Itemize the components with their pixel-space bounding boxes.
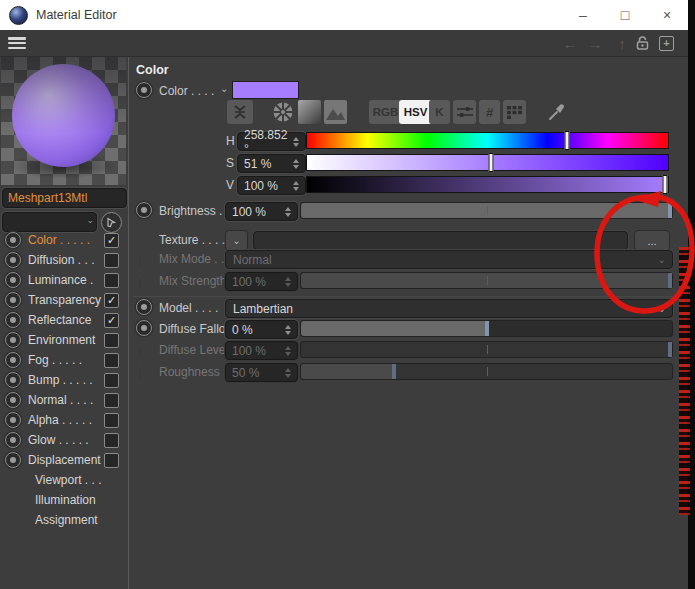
swatches-button[interactable] <box>503 100 526 124</box>
roughness-slider[interactable] <box>300 363 673 380</box>
channel-radio[interactable] <box>5 452 21 468</box>
channel-radio[interactable] <box>5 312 21 328</box>
hamburger-menu-icon[interactable] <box>8 37 26 49</box>
minimize-button[interactable]: – <box>562 0 604 30</box>
sidebar-item-alpha[interactable]: Alpha . . . . . <box>0 410 128 430</box>
image-icon[interactable] <box>324 100 347 124</box>
channel-radio[interactable] <box>5 412 21 428</box>
hue-field[interactable]: 258.852 ° <box>237 132 306 151</box>
diffuse-level-field[interactable]: 100 % <box>225 341 298 360</box>
eyedropper-icon[interactable] <box>545 100 569 124</box>
diffuse-level-slider[interactable] <box>300 341 673 358</box>
value-marker[interactable] <box>663 175 668 194</box>
material-name-input[interactable]: Meshpart13Mtl <box>2 188 127 208</box>
saturation-slider[interactable] <box>306 154 669 171</box>
channel-radio[interactable] <box>5 392 21 408</box>
model-radio[interactable] <box>136 299 152 315</box>
channel-checkbox[interactable] <box>104 293 119 308</box>
saturation-field[interactable]: 51 % <box>237 154 306 173</box>
stepper-icon[interactable] <box>282 325 294 335</box>
stepper-icon[interactable] <box>290 181 302 191</box>
sidebar-item-normal[interactable]: Normal . . . . <box>0 390 128 410</box>
slider-handle[interactable] <box>668 342 672 357</box>
sidebar-item-color[interactable]: Color . . . . . <box>0 230 128 250</box>
channel-checkbox[interactable] <box>104 253 119 268</box>
texture-menu-button[interactable]: ⌄ <box>225 230 248 251</box>
channel-checkbox[interactable] <box>104 433 119 448</box>
slider-handle[interactable] <box>668 203 672 218</box>
material-preview[interactable] <box>1 57 126 185</box>
mix-mode-dropdown[interactable]: Normal ⌄ <box>225 250 673 269</box>
hue-marker[interactable] <box>564 131 569 150</box>
sidebar-item-viewport[interactable]: Viewport . . . <box>0 470 128 490</box>
gradient-icon[interactable] <box>298 100 321 124</box>
sidebar-item-transparency[interactable]: Transparency <box>0 290 128 310</box>
chevron-down-icon[interactable]: ⌄ <box>220 83 228 94</box>
stepper-icon[interactable] <box>290 159 302 169</box>
diffuse-falloff-radio[interactable] <box>136 320 152 336</box>
brightness-slider[interactable] <box>300 202 673 219</box>
channel-radio[interactable] <box>5 272 21 288</box>
stepper-icon[interactable] <box>282 207 294 217</box>
sidebar-item-displacement[interactable]: Displacement <box>0 450 128 470</box>
maximize-button[interactable]: □ <box>604 0 646 30</box>
lock-icon[interactable] <box>636 36 649 50</box>
stepper-icon[interactable] <box>290 137 302 147</box>
channel-checkbox[interactable] <box>104 233 119 248</box>
stepper-icon[interactable] <box>282 346 294 356</box>
sidebar-item-reflectance[interactable]: Reflectance <box>0 310 128 330</box>
channel-radio[interactable] <box>5 252 21 268</box>
stepper-icon[interactable] <box>282 277 294 287</box>
sidebar-item-assignment[interactable]: Assignment <box>0 510 128 530</box>
brightness-radio[interactable] <box>136 202 152 218</box>
hex-mode-button[interactable]: # <box>479 100 500 124</box>
channel-checkbox[interactable] <box>104 353 119 368</box>
channel-radio[interactable] <box>5 352 21 368</box>
channel-radio[interactable] <box>5 372 21 388</box>
hue-slider[interactable] <box>306 132 669 149</box>
model-dropdown[interactable]: Lambertian ⌄ <box>225 299 673 318</box>
slider-handle[interactable] <box>485 321 489 336</box>
texture-path-input[interactable] <box>253 231 628 250</box>
channel-radio[interactable] <box>5 232 21 248</box>
close-button[interactable]: × <box>646 0 688 30</box>
color-radio[interactable] <box>136 82 152 98</box>
stepper-icon[interactable] <box>282 368 294 378</box>
slider-handle[interactable] <box>392 364 396 379</box>
forward-arrow-icon[interactable]: → <box>588 36 603 51</box>
preset-dropdown[interactable]: ⌄ <box>2 212 97 232</box>
roughness-field[interactable]: 50 % <box>225 363 298 382</box>
channel-checkbox[interactable] <box>104 373 119 388</box>
back-arrow-icon[interactable]: ← <box>563 36 578 51</box>
channel-radio[interactable] <box>5 432 21 448</box>
diffuse-falloff-slider[interactable] <box>300 320 673 337</box>
color-wheel-icon[interactable] <box>271 100 295 124</box>
brightness-field[interactable]: 100 % <box>225 202 298 221</box>
sidebar-item-environment[interactable]: Environment <box>0 330 128 350</box>
sidebar-item-fog[interactable]: Fog . . . . . <box>0 350 128 370</box>
channel-checkbox[interactable] <box>104 273 119 288</box>
hsv-mode-button[interactable]: HSV <box>399 100 432 124</box>
sidebar-item-glow[interactable]: Glow . . . . . <box>0 430 128 450</box>
value-field[interactable]: 100 % <box>237 176 306 195</box>
slider-handle[interactable] <box>668 273 672 288</box>
color-swatch[interactable] <box>232 81 299 99</box>
sidebar-item-diffusion[interactable]: Diffusion . . . <box>0 250 128 270</box>
channel-checkbox[interactable] <box>104 413 119 428</box>
mixer-mode-button[interactable] <box>453 100 476 124</box>
mix-strength-slider[interactable] <box>300 272 673 289</box>
channel-checkbox[interactable] <box>104 313 119 328</box>
sidebar-item-illumination[interactable]: Illumination <box>0 490 128 510</box>
diffuse-falloff-field[interactable]: 0 % <box>225 320 298 339</box>
channel-checkbox[interactable] <box>104 453 119 468</box>
rgb-mode-button[interactable]: RGB <box>369 100 402 124</box>
sidebar-item-bump[interactable]: Bump . . . . . <box>0 370 128 390</box>
saturation-marker[interactable] <box>489 153 494 172</box>
texture-browse-button[interactable]: ... <box>634 230 670 251</box>
collapse-icon[interactable] <box>227 100 253 124</box>
channel-radio[interactable] <box>5 292 21 308</box>
channel-radio[interactable] <box>5 332 21 348</box>
channel-checkbox[interactable] <box>104 333 119 348</box>
up-arrow-icon[interactable]: ↑ <box>619 36 627 51</box>
sidebar-item-luminance[interactable]: Luminance . <box>0 270 128 290</box>
